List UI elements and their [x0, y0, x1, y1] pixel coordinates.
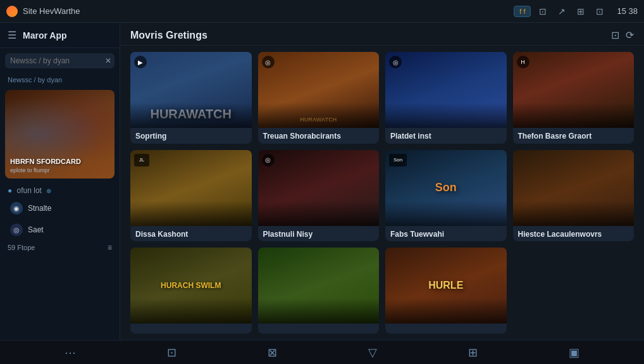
movie-meta-m8: No grunaer eLB Ptuor [518, 241, 629, 241]
movie-card-m9[interactable]: HURACH SWILM [130, 248, 252, 334]
sidebar-item-stnalte-label: Stnalte [28, 204, 109, 213]
movie-poster-m3: ◎ [385, 52, 507, 128]
poster-overlay-m1 [130, 103, 252, 128]
sidebar-footer: 59 Ftope ≡ [0, 241, 120, 256]
copy-icon[interactable]: ⊡ [536, 5, 550, 18]
poster-overlay-m7 [385, 201, 507, 226]
search-input[interactable] [10, 56, 105, 65]
main-title: Movris Gretings [130, 30, 207, 41]
poster-badge-m4: H [517, 56, 529, 68]
nav-icon-3[interactable]: ⊠ [268, 346, 277, 360]
cast-icon[interactable]: ⊡ [611, 29, 619, 41]
movie-card-m8[interactable]: Hiestce Lacaulenwovrs No grunaer eLB Ptu… [513, 150, 635, 242]
sidebar-search[interactable]: ✕ [5, 53, 115, 68]
movie-title-m2: Treuan Shorabcirants [263, 132, 375, 142]
nav-icon-2[interactable]: ⊡ [167, 346, 176, 360]
sidebar-item-stnalte[interactable]: ◉ Stnalte [3, 198, 117, 218]
poster-badge-m7: Son [389, 154, 407, 166]
movie-poster-m4: H [513, 52, 635, 128]
share-icon[interactable]: ↗ [555, 5, 569, 18]
sidebar-section1-header[interactable]: ● ofun lot ⊕ [8, 186, 112, 195]
movie-grid: HURAWATCH ▶ Soprting Deja forns 30d ccur [120, 46, 644, 340]
sidebar-item-saet-label: Saet [28, 225, 109, 234]
sidebar: ☰ Maror App ✕ Newssc / by dyan HBRFN SFO… [0, 23, 120, 340]
circle-icon: ● [8, 186, 12, 195]
movie-card-m4[interactable]: H Thefon Basre Graort Ctegop flad Snl Nc… [513, 52, 635, 144]
settings-icon: ◎ [10, 223, 23, 236]
featured-subtitle: eplote to ftumpr [10, 167, 109, 173]
poster-badge-m6: ◎ [262, 154, 275, 166]
bottom-bar: ⋯ ⊡ ⊠ ▽ ⊞ ▣ [0, 340, 644, 364]
movie-title-m5: Dissa Kashont [135, 230, 247, 240]
poster-overlay-m6 [258, 201, 380, 226]
hamburger-icon[interactable]: ☰ [8, 29, 16, 41]
nav-icon-5[interactable]: ⊞ [468, 346, 478, 360]
movie-poster-m8 [513, 150, 635, 226]
movie-info-m3: Platdet inst Darvile nelcommers Itca Gra… [385, 128, 507, 144]
movie-card-m10[interactable] [258, 248, 380, 334]
movie-info-m10 [258, 323, 380, 334]
movie-meta-m7: ansy ftorse frow Sugort Itgs Dflan [390, 241, 502, 241]
title-bar: Site HevWarthe f f ⊡ ↗ ⊞ ⊡ 15 38 [0, 0, 644, 23]
close-icon[interactable]: ✕ [105, 56, 111, 65]
movie-title-m7: Fabs Tuewvahi [390, 230, 502, 240]
movie-title-m3: Platdet inst [390, 132, 502, 142]
main-header-actions: ⊡ ⟳ [611, 29, 634, 41]
movie-info-m2: Treuan Shorabcirants Liaflom flom Pce St… [258, 128, 380, 144]
movie-info-m8: Hiestce Lacaulenwovrs No grunaer eLB Ptu… [513, 226, 635, 242]
grid-icon[interactable]: ⊞ [574, 5, 588, 18]
movie-meta-m3: Darvile nelcommers Itca Grad [390, 143, 502, 144]
movie-card-m5[interactable]: JL Dissa Kashont Footernje incorants wor… [130, 150, 252, 242]
app-layout: ☰ Maror App ✕ Newssc / by dyan HBRFN SFO… [0, 23, 644, 340]
sidebar-section1: ● ofun lot ⊕ [0, 182, 120, 198]
main-content: Movris Gretings ⊡ ⟳ HURAWATCH [120, 23, 644, 340]
clock: 15 38 [617, 6, 638, 16]
movie-card-m1[interactable]: HURAWATCH ▶ Soprting Deja forns 30d ccur [130, 52, 252, 144]
poster-badge-m2: ◎ [262, 56, 275, 68]
movie-meta-m5: Footernje incorants words Momonstred [135, 241, 247, 241]
nav-icon-4[interactable]: ▽ [368, 346, 377, 360]
movie-poster-m11: HURLE [385, 248, 507, 323]
refresh-icon[interactable]: ⟳ [626, 29, 634, 41]
movie-title-m8: Hiestce Lacaulenwovrs [518, 230, 629, 240]
pip-icon[interactable]: ⊡ [593, 5, 607, 18]
movie-info-m7: Fabs Tuewvahi ansy ftorse frow Sugort It… [385, 226, 507, 242]
movie-info-m6: Plastnuli Nisy Anockofislound, 14ondisca… [258, 226, 380, 242]
movie-card-m6[interactable]: ◎ Plastnuli Nisy Anockofislound, 14ondis… [258, 150, 380, 242]
poster-text-m11: HURLE [428, 280, 463, 291]
poster-overlay-m9 [130, 298, 252, 323]
sidebar-footer-text: 59 Ftope [8, 244, 35, 251]
breadcrumb: Newssc / by dyan [0, 73, 120, 86]
movie-card-m2[interactable]: HURAWATCH ◎ Treuan Shorabcirants Liaflom… [258, 52, 380, 144]
sidebar-featured[interactable]: HBRFN SFORDCARD eplote to ftumpr [5, 90, 115, 179]
poster-overlay-m8 [513, 201, 635, 226]
movie-card-m11[interactable]: HURLE [385, 248, 507, 334]
movie-info-m1: Soprting Deja forns 30d ccur [130, 128, 252, 144]
app-logo [6, 6, 18, 17]
movie-info-m4: Thefon Basre Graort Ctegop flad Snl Ncy … [513, 128, 635, 144]
poster-badge-m1: ▶ [134, 56, 147, 68]
poster-text-m9: HURACH SWILM [161, 281, 221, 290]
movie-poster-m5: JL [130, 150, 252, 226]
movie-poster-m1: HURAWATCH ▶ [130, 52, 252, 128]
movie-info-m9 [130, 323, 252, 334]
movie-meta-m1: Deja forns 30d ccur [135, 143, 247, 144]
nav-icon-6[interactable]: ▣ [569, 346, 579, 360]
movie-info-m5: Dissa Kashont Footernje incorants words … [130, 226, 252, 242]
sidebar-item-saet[interactable]: ◎ Saet [3, 220, 117, 240]
nav-icon-1[interactable]: ⋯ [65, 346, 76, 360]
sidebar-section1-title: ● ofun lot ⊕ [8, 186, 51, 195]
movie-poster-m2: HURAWATCH ◎ [258, 52, 380, 128]
poster-overlay-m2 [258, 103, 380, 128]
movie-info-m11 [385, 323, 507, 334]
poster-overlay-m4 [513, 103, 635, 128]
movie-title-m1: Soprting [135, 132, 247, 142]
movie-card-m7[interactable]: Son Son Fabs Tuewvahi ansy ftorse frow S… [385, 150, 507, 242]
poster-badge-m5: JL [134, 154, 149, 166]
movie-meta-m4: Ctegop flad Snl Ncy are bar [518, 143, 629, 144]
menu-icon[interactable]: ≡ [108, 243, 112, 252]
app-title: Maror App [23, 30, 66, 41]
title-bar-btn1[interactable]: f f [514, 6, 531, 17]
stream-icon: ◉ [10, 202, 23, 215]
movie-card-m3[interactable]: ◎ Platdet inst Darvile nelcommers Itca G… [385, 52, 507, 144]
